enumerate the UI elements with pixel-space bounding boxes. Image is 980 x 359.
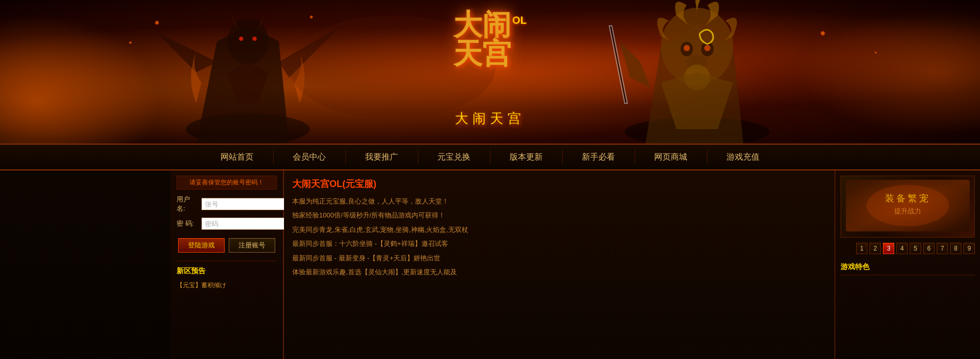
nav-member[interactable]: 会员中心: [273, 144, 345, 170]
flame-left: [0, 0, 181, 145]
password-input[interactable]: [201, 217, 295, 230]
password-label: 密 码:: [177, 219, 198, 228]
page-4[interactable]: 4: [896, 243, 908, 254]
page-2[interactable]: 2: [870, 243, 881, 254]
spark-4: [820, 31, 825, 36]
username-row: 用户名:: [177, 195, 277, 213]
username-label: 用户名:: [177, 195, 198, 213]
page-9[interactable]: 9: [963, 243, 975, 254]
page-wrapper: 大闹 天宫 OL 大闹天宫 网站首页 会员中心 我要推广 元宝兑换 版本更新 新…: [0, 0, 980, 359]
nav-recharge[interactable]: 游戏充值: [707, 144, 779, 170]
left-panel: 请妥善保管您的账号密码！ 用户名: 密 码: 登陆游戏 注册账号 新区预告: [170, 170, 284, 359]
features-title: 游戏特色: [841, 262, 975, 275]
login-buttons: 登陆游戏 注册账号: [177, 238, 277, 253]
login-button[interactable]: 登陆游戏: [178, 238, 225, 253]
logo-subtitle: 大闹天宫: [453, 110, 527, 128]
nav-update[interactable]: 版本更新: [490, 144, 562, 170]
center-panel: 大闹天宫OL(元宝服) 本服为纯正元宝服,良心之做，人人平等，敌人天堂！ 独家经…: [284, 170, 835, 359]
logo-char2: 天宫: [453, 38, 511, 70]
spark-5: [875, 52, 877, 54]
page-1[interactable]: 1: [856, 243, 867, 254]
nav-shop[interactable]: 网页商城: [635, 144, 707, 170]
right-panel: 装备繁宠 提升战力 1 2 3 4 5 6 7 8 9 游戏特色: [835, 170, 980, 359]
page-3[interactable]: 3: [883, 243, 894, 254]
new-zone-title: 新区预告: [177, 267, 277, 276]
nav-promote[interactable]: 我要推广: [345, 144, 418, 170]
svg-rect-13: [846, 180, 970, 231]
nav-newbie[interactable]: 新手必看: [562, 144, 635, 170]
server-desc: 本服为纯正元宝服,良心之做，人人平等，敌人天堂！ 独家经验1000倍/等级秒升/…: [292, 195, 826, 278]
server-line3: 完美同步青龙,朱雀,白虎,玄武,宠物,坐骑,神幽,火焰盒,无双杖: [292, 224, 826, 236]
spark-1: [155, 21, 159, 25]
server-line6: 体验最新游戏乐趣,首选【灵仙大闹】,更新速度无人能及: [292, 266, 826, 278]
password-row: 密 码:: [177, 217, 277, 230]
logo-char1: 大闹: [453, 9, 511, 41]
banner-text: 装备繁宠 提升战力: [846, 180, 970, 233]
nav-exchange[interactable]: 元宝兑换: [418, 144, 490, 170]
login-form: 用户名: 密 码: 登陆游戏 注册账号: [177, 195, 277, 253]
page-5[interactable]: 5: [910, 243, 921, 254]
logo-ol: OL: [512, 14, 527, 26]
username-input[interactable]: [201, 198, 295, 210]
page-7[interactable]: 7: [937, 243, 948, 254]
svg-text:装备繁宠: 装备繁宠: [885, 193, 930, 204]
server-line4: 最新同步首服：十六阶坐骑 -【灵鹤+祥瑞】邀召试客: [292, 238, 826, 249]
server-line5: 最新同步首服 - 最新变身 -【青灵+天后】娇艳出世: [292, 252, 826, 264]
main-content: 请妥善保管您的账号密码！ 用户名: 密 码: 登陆游戏 注册账号 新区预告: [0, 170, 980, 359]
svg-point-14: [866, 185, 949, 226]
spark-2: [129, 41, 132, 44]
logo-area: 大闹 天宫 OL 大闹天宫: [453, 10, 527, 128]
nav-items: 网站首页 会员中心 我要推广 元宝兑换 版本更新 新手必看 网页商城 游戏充值: [201, 144, 779, 170]
banner-area: 装备繁宠 提升战力: [841, 176, 975, 238]
svg-text:提升战力: 提升战力: [894, 207, 921, 215]
new-zone: 新区预告 【元宝】蓄积倾け: [177, 261, 277, 291]
nav-home[interactable]: 网站首页: [201, 144, 273, 170]
flame-right: [773, 0, 980, 145]
page-6[interactable]: 6: [923, 243, 935, 254]
server-line1: 本服为纯正元宝服,良心之做，人人平等，敌人天堂！: [292, 195, 826, 207]
server-title: 大闹天宫OL(元宝服): [292, 178, 826, 190]
navbar: 网站首页 会员中心 我要推广 元宝兑换 版本更新 新手必看 网页商城 游戏充值: [0, 144, 980, 170]
register-button[interactable]: 注册账号: [229, 238, 275, 253]
pagination: 1 2 3 4 5 6 7 8 9: [841, 243, 975, 254]
spark-3: [310, 15, 313, 19]
server-line2: 独家经验1000倍/等级秒升/所有物品游戏内可获得！: [292, 209, 826, 221]
page-8[interactable]: 8: [950, 243, 961, 254]
login-warning: 请妥善保管您的账号密码！: [177, 176, 277, 190]
new-zone-item: 【元宝】蓄积倾け: [177, 280, 277, 291]
